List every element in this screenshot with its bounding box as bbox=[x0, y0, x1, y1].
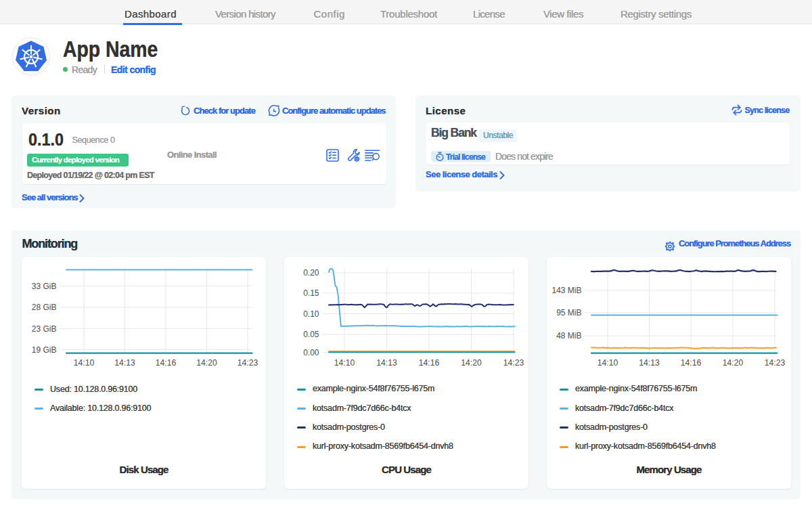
svg-text:14:13: 14:13 bbox=[114, 358, 135, 368]
svg-text:14:13: 14:13 bbox=[376, 358, 397, 368]
svg-text:14:20: 14:20 bbox=[196, 358, 217, 368]
svg-text:0.20: 0.20 bbox=[303, 268, 319, 278]
svg-text:0.10: 0.10 bbox=[303, 309, 319, 319]
svg-text:14:23: 14:23 bbox=[765, 358, 786, 368]
svg-text:14:16: 14:16 bbox=[681, 358, 702, 368]
svg-text:33 GiB: 33 GiB bbox=[32, 282, 57, 291]
svg-text:14:23: 14:23 bbox=[238, 358, 258, 368]
svg-text:14:10: 14:10 bbox=[597, 358, 618, 368]
svg-text:19 GiB: 19 GiB bbox=[32, 345, 57, 355]
svg-text:0.00: 0.00 bbox=[303, 348, 319, 357]
svg-text:14:20: 14:20 bbox=[723, 358, 744, 368]
svg-text:14:16: 14:16 bbox=[419, 358, 440, 368]
svg-text:14:20: 14:20 bbox=[461, 358, 482, 368]
svg-text:28 GiB: 28 GiB bbox=[32, 303, 57, 312]
svg-text:95 MiB: 95 MiB bbox=[556, 308, 581, 317]
svg-text:14:13: 14:13 bbox=[639, 358, 660, 368]
svg-text:23 GiB: 23 GiB bbox=[32, 324, 57, 334]
svg-text:14:23: 14:23 bbox=[503, 358, 524, 368]
svg-text:14:10: 14:10 bbox=[334, 358, 355, 368]
svg-text:14:16: 14:16 bbox=[156, 358, 177, 368]
svg-text:0.15: 0.15 bbox=[303, 288, 319, 298]
svg-text:0.05: 0.05 bbox=[303, 330, 319, 339]
svg-text:143 MiB: 143 MiB bbox=[551, 286, 581, 295]
svg-text:48 MiB: 48 MiB bbox=[556, 331, 581, 341]
svg-text:14:10: 14:10 bbox=[74, 358, 95, 368]
